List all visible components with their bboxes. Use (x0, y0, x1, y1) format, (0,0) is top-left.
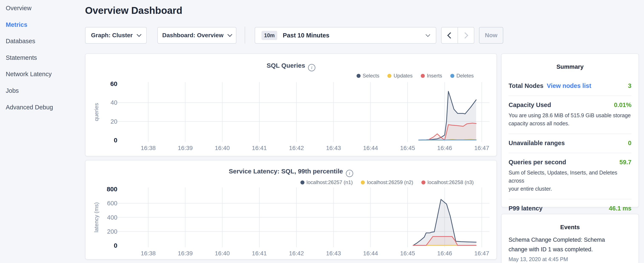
svg-text:16:46: 16:46 (437, 145, 452, 151)
svg-text:600: 600 (107, 200, 117, 207)
time-nav-buttons (441, 27, 474, 44)
sidebar-item-advanced-debug[interactable]: Advanced Debug (6, 103, 53, 111)
sql-queries-legend: Selects Updates Inserts Deletes (356, 73, 474, 79)
svg-text:16:39: 16:39 (178, 145, 193, 151)
legend-label: Inserts (427, 73, 442, 79)
toolbar-divider (245, 27, 245, 44)
view-nodes-list-link[interactable]: View nodes list (547, 82, 591, 89)
svg-text:0: 0 (114, 137, 117, 144)
svg-text:16:41: 16:41 (252, 145, 267, 151)
service-latency-card: Service Latency: SQL, 99th percentilei l… (85, 160, 497, 259)
summary-body: Total Nodes View nodes list 3 Capacity U… (508, 77, 632, 218)
legend-label: Updates (394, 73, 412, 79)
events-list: Schema Change Completed: Schema change w… (508, 235, 632, 262)
time-range-badge: 10m (262, 31, 277, 40)
app-root: Overview Metrics Databases Statements Ne… (0, 0, 644, 263)
service-latency-title-row: Service Latency: SQL, 99th percentilei (86, 168, 496, 177)
svg-text:16:45: 16:45 (400, 145, 415, 151)
event-item[interactable]: Schema Change Completed: Schema change w… (508, 235, 632, 262)
svg-text:16:38: 16:38 (141, 145, 156, 151)
svg-text:200: 200 (107, 228, 117, 235)
svg-text:16:43: 16:43 (326, 145, 341, 151)
svg-text:16:42: 16:42 (289, 250, 304, 256)
svg-text:16:47: 16:47 (474, 145, 489, 151)
info-icon[interactable]: i (308, 64, 315, 71)
chart-title: SQL Queries (266, 62, 305, 69)
sidebar-item-databases[interactable]: Databases (6, 37, 35, 45)
legend-item-selects: Selects (356, 73, 380, 79)
chevron-down-icon (426, 32, 430, 37)
svg-text:16:47: 16:47 (474, 250, 489, 256)
chevron-right-icon (462, 32, 468, 39)
svg-text:40: 40 (110, 99, 117, 106)
summary-value: 59.7 (620, 159, 632, 166)
sidebar-item-metrics[interactable]: Metrics (6, 21, 28, 29)
event-timestamp: May 13, 2020 at 4:45 PM (508, 256, 632, 262)
summary-card: Summary Total Nodes View nodes list 3 Ca… (501, 53, 639, 207)
time-prev-button[interactable] (442, 28, 458, 43)
event-message: Schema Change Completed: Schema change w… (508, 235, 632, 254)
sql-queries-chart: 16:3816:3916:4016:4116:4216:4316:4416:45… (86, 79, 497, 154)
dashboard-selector-dropdown[interactable]: Dashboard: Overview (157, 27, 236, 44)
summary-row-capacity-used: Capacity Used 0.01% You are using 28.6 M… (508, 96, 632, 134)
page-title: Overview Dashboard (85, 5, 182, 16)
chevron-down-icon (228, 32, 232, 37)
svg-text:16:46: 16:46 (437, 250, 452, 256)
summary-row-total-nodes: Total Nodes View nodes list 3 (508, 77, 632, 96)
time-range-dropdown[interactable]: 10m Past 10 Minutes (255, 27, 436, 44)
svg-text:16:44: 16:44 (363, 145, 378, 151)
summary-description: You are using 28.6 MiB of 515.9 GiB usab… (508, 111, 632, 127)
events-title: Events (502, 224, 638, 231)
selects-dot-icon (356, 74, 360, 78)
summary-title: Summary (502, 63, 638, 70)
summary-label: Total Nodes (508, 82, 544, 89)
graph-selector-label: Graph: Cluster (91, 32, 133, 39)
inserts-dot-icon (421, 74, 425, 78)
legend-item-updates: Updates (388, 73, 412, 79)
summary-label: Queries per second (508, 159, 566, 166)
time-range-label: Past 10 Minutes (283, 32, 329, 39)
sql-queries-card: SQL Queriesi Selects Updates Inserts Del… (85, 53, 497, 156)
sidebar-item-network-latency[interactable]: Network Latency (6, 70, 52, 78)
svg-text:400: 400 (107, 214, 117, 221)
summary-label: P99 latency (508, 205, 542, 212)
summary-value: 46.1 ms (609, 205, 632, 212)
svg-text:16:42: 16:42 (289, 145, 304, 151)
svg-text:60: 60 (110, 80, 117, 87)
sidebar-item-overview[interactable]: Overview (6, 4, 32, 12)
svg-text:20: 20 (110, 118, 117, 125)
svg-text:queries: queries (93, 103, 100, 121)
svg-text:16:44: 16:44 (363, 250, 378, 256)
sidebar-item-statements[interactable]: Statements (6, 54, 37, 62)
sql-queries-title-row: SQL Queriesi (86, 62, 496, 71)
svg-text:16:39: 16:39 (178, 250, 193, 256)
summary-description: Sum of Selects, Updates, Inserts, and De… (508, 168, 632, 193)
svg-text:16:45: 16:45 (400, 250, 415, 256)
svg-text:16:40: 16:40 (215, 250, 230, 256)
summary-value: 0.01% (614, 102, 632, 109)
service-latency-chart: 16:3816:3916:4016:4116:4216:4316:4416:45… (86, 183, 497, 260)
svg-text:0: 0 (114, 242, 117, 249)
summary-value: 3 (628, 82, 632, 89)
events-card: Events Schema Change Completed: Schema c… (501, 214, 639, 263)
graph-selector-dropdown[interactable]: Graph: Cluster (85, 27, 147, 44)
legend-label: Selects (363, 73, 380, 79)
summary-label: Unavailable ranges (508, 140, 565, 147)
time-next-button[interactable] (458, 28, 474, 43)
svg-text:16:41: 16:41 (252, 250, 267, 256)
dashboard-selector-label: Dashboard: Overview (162, 32, 224, 39)
chevron-left-icon (447, 32, 454, 39)
chart-title: Service Latency: SQL, 99th percentile (229, 168, 343, 175)
svg-text:latency (ms): latency (ms) (93, 202, 100, 232)
summary-row-queries-per-second: Queries per second 59.7 Sum of Selects, … (508, 153, 632, 199)
summary-value: 0 (628, 140, 632, 147)
svg-text:16:38: 16:38 (141, 250, 156, 256)
info-icon[interactable]: i (346, 170, 353, 177)
updates-dot-icon (388, 74, 392, 78)
legend-item-deletes: Deletes (450, 73, 474, 79)
svg-text:16:40: 16:40 (215, 145, 230, 151)
sidebar-item-jobs[interactable]: Jobs (6, 87, 19, 95)
now-button[interactable]: Now (479, 27, 503, 44)
chevron-down-icon (137, 32, 142, 37)
summary-label: Capacity Used (508, 102, 551, 109)
